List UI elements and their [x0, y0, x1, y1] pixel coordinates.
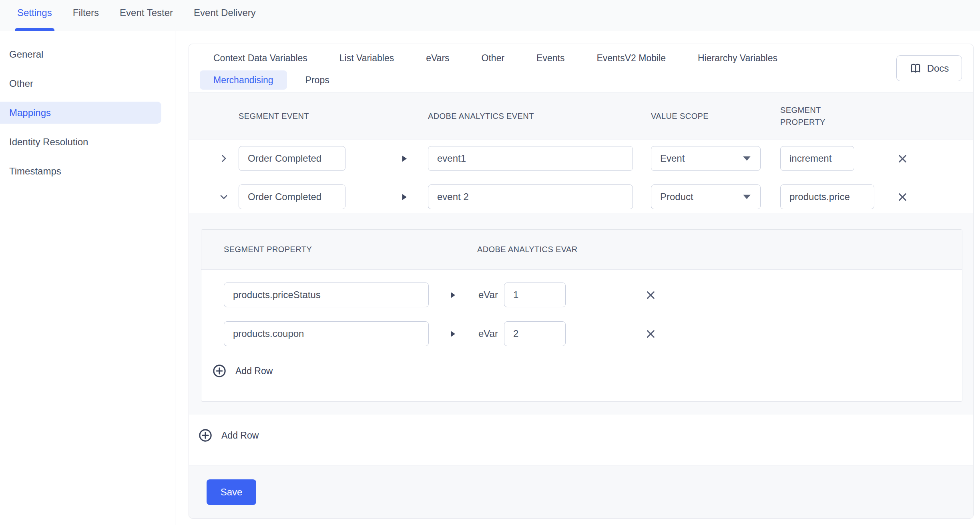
close-icon: [645, 290, 656, 301]
plus-circle-icon: [213, 364, 226, 378]
expanded-row-panel: SEGMENT PROPERTY ADOBE ANALYTICS EVAR eV…: [189, 213, 973, 415]
docs-button[interactable]: Docs: [896, 55, 962, 81]
evar-prefix-label: eVar: [478, 283, 501, 307]
tab-evars[interactable]: eVars: [426, 53, 449, 64]
remove-row-button[interactable]: [892, 146, 913, 171]
save-button[interactable]: Save: [207, 479, 256, 505]
column-header-value-scope: VALUE SCOPE: [651, 92, 709, 140]
variable-tabs-row1: Context Data Variables List Variables eV…: [213, 53, 777, 64]
expand-row-button[interactable]: [218, 146, 230, 171]
column-header-segment-property: SEGMENT PROPERTY: [224, 230, 312, 269]
maps-to-arrow-icon: [450, 292, 456, 299]
table-add-row-button[interactable]: Add Row: [199, 423, 259, 448]
adobe-analytics-event-input[interactable]: [428, 184, 633, 209]
plus-circle-icon: [199, 429, 212, 442]
evar-subtable-header: SEGMENT PROPERTY ADOBE ANALYTICS EVAR: [201, 230, 962, 270]
add-row-label: Add Row: [221, 430, 259, 441]
maps-to-arrow-icon: [450, 331, 456, 337]
evar-number-input[interactable]: [504, 283, 566, 307]
chevron-right-icon: [219, 154, 229, 163]
column-header-adobe-analytics-event: ADOBE ANALYTICS EVENT: [428, 92, 534, 140]
close-icon: [645, 329, 656, 339]
close-icon: [897, 153, 908, 164]
evar-subtable-card: SEGMENT PROPERTY ADOBE ANALYTICS EVAR eV…: [201, 229, 962, 402]
evar-row-2: eVar: [201, 321, 962, 346]
value-scope-selected: Event: [660, 153, 685, 164]
open-book-icon: [910, 62, 922, 74]
caret-down-icon: [743, 195, 751, 199]
nav-tab-event-delivery[interactable]: Event Delivery: [194, 0, 256, 31]
nav-tab-filters[interactable]: Filters: [73, 0, 99, 31]
value-scope-select[interactable]: Event: [651, 146, 761, 171]
close-icon: [897, 192, 908, 202]
value-scope-selected: Product: [660, 191, 693, 202]
tab-props[interactable]: Props: [305, 75, 329, 86]
evar-row-1: eVar: [201, 283, 962, 307]
segment-property-input[interactable]: [224, 283, 429, 307]
variable-tabs-area: Context Data Variables List Variables eV…: [189, 44, 973, 92]
segment-event-input[interactable]: [239, 184, 345, 209]
tab-events[interactable]: Events: [536, 53, 564, 64]
sidebar-item-mappings[interactable]: Mappings: [0, 102, 161, 124]
collapse-row-button[interactable]: [218, 184, 230, 209]
mappings-rows: Event Product: [189, 140, 973, 213]
top-nav: Settings Filters Event Tester Event Deli…: [0, 0, 980, 31]
segment-property-input[interactable]: [224, 321, 429, 346]
column-header-segment-property: SEGMENT PROPERTY: [780, 92, 840, 140]
remove-row-button[interactable]: [892, 184, 913, 209]
segment-event-input[interactable]: [239, 146, 345, 171]
value-scope-select[interactable]: Product: [651, 184, 761, 209]
maps-to-arrow-icon: [402, 155, 407, 162]
variable-tabs-row2: Merchandising Props: [200, 70, 329, 90]
tab-eventsv2-mobile[interactable]: EventsV2 Mobile: [596, 53, 666, 64]
segment-property-input[interactable]: [780, 184, 874, 209]
nav-tab-event-tester[interactable]: Event Tester: [120, 0, 173, 31]
sidebar-item-identity-resolution[interactable]: Identity Resolution: [0, 131, 161, 153]
subtable-add-row-button[interactable]: Add Row: [213, 359, 273, 383]
column-header-segment-event: SEGMENT EVENT: [239, 92, 309, 140]
sidebar-item-general[interactable]: General: [0, 43, 161, 65]
chevron-down-icon: [219, 192, 229, 202]
column-header-adobe-analytics-evar: ADOBE ANALYTICS EVAR: [477, 230, 578, 269]
evar-number-input[interactable]: [504, 321, 566, 346]
evar-prefix-label: eVar: [478, 321, 501, 346]
mapping-row-1: Event: [189, 146, 973, 171]
remove-row-button[interactable]: [640, 321, 661, 346]
nav-tab-settings[interactable]: Settings: [17, 0, 52, 31]
sidebar-item-timestamps[interactable]: Timestamps: [0, 160, 161, 182]
tab-other[interactable]: Other: [482, 53, 505, 64]
add-row-label: Add Row: [235, 366, 273, 377]
tab-hierarchy-variables[interactable]: Hierarchy Variables: [698, 53, 777, 64]
mappings-card: Context Data Variables List Variables eV…: [189, 44, 974, 519]
tab-list-variables[interactable]: List Variables: [339, 53, 394, 64]
tab-merchandising-active[interactable]: Merchandising: [200, 70, 287, 90]
card-footer: Save: [189, 465, 973, 518]
sidebar-item-other[interactable]: Other: [0, 72, 161, 94]
settings-sidebar: General Other Mappings Identity Resoluti…: [0, 31, 175, 525]
docs-button-label: Docs: [927, 63, 949, 74]
segment-property-input[interactable]: [780, 146, 854, 171]
mappings-table-header: SEGMENT EVENT ADOBE ANALYTICS EVENT VALU…: [189, 92, 973, 140]
mapping-row-2: Product: [189, 184, 973, 209]
maps-to-arrow-icon: [402, 194, 407, 200]
caret-down-icon: [743, 156, 751, 161]
tab-context-data-variables[interactable]: Context Data Variables: [213, 53, 307, 64]
adobe-analytics-event-input[interactable]: [428, 146, 633, 171]
remove-row-button[interactable]: [640, 283, 661, 307]
